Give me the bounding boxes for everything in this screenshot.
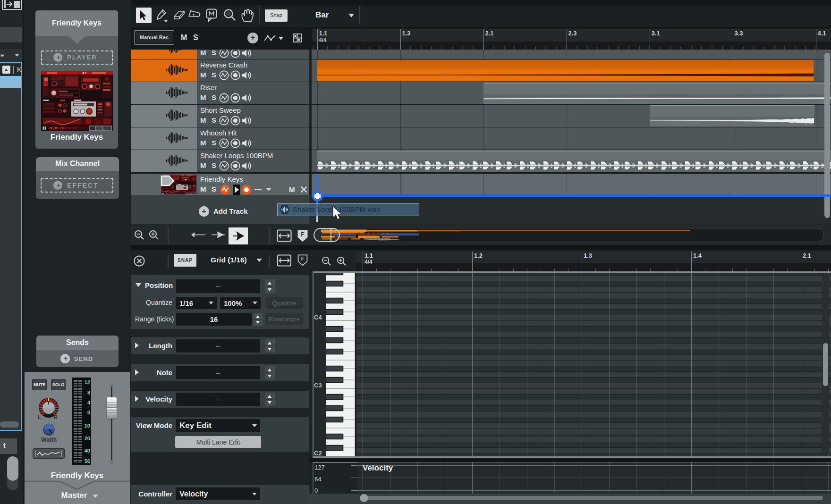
svg-text:F: F (301, 256, 305, 261)
svg-text:F: F (301, 231, 304, 238)
